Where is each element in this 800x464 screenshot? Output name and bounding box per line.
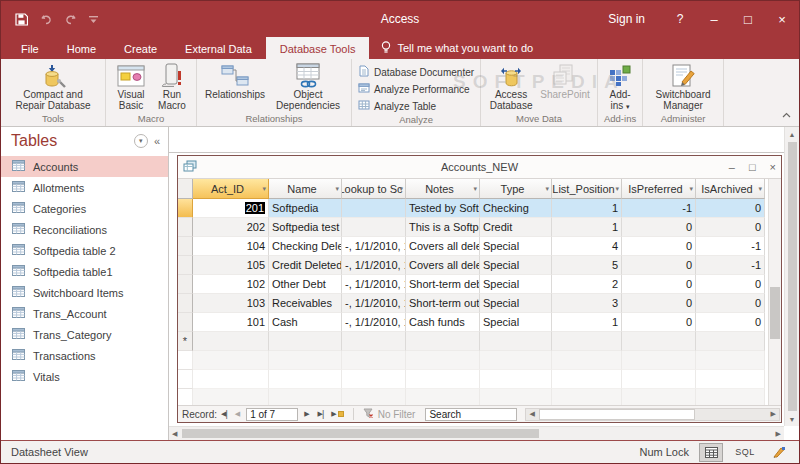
new-record-button[interactable]: ▶ xyxy=(327,410,347,418)
table-cell[interactable]: Checking xyxy=(480,199,552,218)
column-header-isarchived[interactable]: IsArchived▾ xyxy=(696,179,765,199)
table-cell[interactable]: 202 xyxy=(193,218,269,237)
access-database-button[interactable]: Access Database xyxy=(485,61,537,112)
column-header-name[interactable]: Name▾ xyxy=(269,179,342,199)
empty-cell[interactable] xyxy=(552,332,622,351)
table-cell[interactable]: 0 xyxy=(696,313,765,332)
customize-toolbar-icon[interactable] xyxy=(89,15,98,24)
sharepoint-button[interactable]: SharePoint xyxy=(537,61,593,101)
table-cell[interactable]: Other Debt xyxy=(269,275,342,294)
table-cell[interactable]: -1 xyxy=(696,256,765,275)
table-cell[interactable]: -, 1/1/2010, 1/1 xyxy=(342,275,406,294)
table-cell[interactable]: -, 1/1/2010, 1/1 xyxy=(342,313,406,332)
sidebar-item-softpedia-table1[interactable]: Softpedia table1 xyxy=(1,261,168,282)
table-cell[interactable]: 101 xyxy=(193,313,269,332)
table-cell[interactable]: Short-term out xyxy=(406,294,480,313)
column-header-notes[interactable]: Notes▾ xyxy=(406,179,480,199)
column-dropdown-icon[interactable]: ▾ xyxy=(335,185,339,193)
document-title-bar[interactable]: Accounts_NEW – □ × xyxy=(178,156,781,179)
doc-maximize-icon[interactable]: □ xyxy=(749,161,756,173)
switchboard-manager-button[interactable]: Switchboard Manager xyxy=(647,61,719,112)
table-cell[interactable]: 5 xyxy=(552,256,622,275)
table-cell[interactable]: Receivables xyxy=(269,294,342,313)
vscroll-down-icon[interactable]: ▼ xyxy=(785,412,799,426)
table-cell[interactable]: 0 xyxy=(622,218,696,237)
table-cell[interactable]: Cash xyxy=(269,313,342,332)
table-cell[interactable]: -, 1/1/2010, 1/1 xyxy=(342,256,406,275)
table-cell[interactable]: Special xyxy=(480,275,552,294)
record-position-box[interactable] xyxy=(246,408,298,421)
main-vertical-scrollbar[interactable]: ▲ ▼ xyxy=(784,127,799,426)
redo-icon[interactable] xyxy=(64,14,78,25)
table-cell[interactable]: -, 1/1/2010, 1/1 xyxy=(342,294,406,313)
search-input[interactable] xyxy=(425,408,517,421)
row-selector[interactable] xyxy=(178,199,193,218)
nav-pane-collapse-icon[interactable]: « xyxy=(154,135,160,147)
main-horizontal-scrollbar[interactable]: ◀ ▶ xyxy=(169,426,784,440)
sidebar-item-trans-account[interactable]: Trans_Account xyxy=(1,303,168,324)
row-selector[interactable] xyxy=(178,275,193,294)
table-cell[interactable]: 201 xyxy=(193,199,269,218)
save-icon[interactable] xyxy=(15,13,28,26)
sidebar-item-reconciliations[interactable]: Reconciliations xyxy=(1,219,168,240)
sidebar-item-categories[interactable]: Categories xyxy=(1,198,168,219)
tab-external-data[interactable]: External Data xyxy=(171,37,266,59)
main-hscroll-right-icon[interactable]: ▶ xyxy=(773,430,784,438)
document-horizontal-scrollbar[interactable]: ◀ ▶ xyxy=(525,408,780,421)
visual-basic-button[interactable]: Visual Basic xyxy=(110,61,152,112)
hscroll-thumb[interactable] xyxy=(539,409,696,420)
table-cell[interactable]: 104 xyxy=(193,237,269,256)
table-cell[interactable]: -1 xyxy=(622,199,696,218)
sidebar-item-vitals[interactable]: Vitals xyxy=(1,366,168,387)
document-vscroll-thumb[interactable] xyxy=(770,287,780,339)
column-header-lookup-to-sc[interactable]: Lookup to Sc▾ xyxy=(342,179,406,199)
object-dependencies-button[interactable]: Object Dependencies xyxy=(269,61,347,112)
row-selector[interactable] xyxy=(178,237,193,256)
hscroll-right-icon[interactable]: ▶ xyxy=(768,410,779,418)
column-dropdown-icon[interactable]: ▾ xyxy=(545,185,549,193)
sidebar-item-softpedia-table-2[interactable]: Softpedia table 2 xyxy=(1,240,168,261)
sign-in-button[interactable]: Sign in xyxy=(590,1,663,37)
help-button[interactable]: ? xyxy=(663,1,697,37)
table-cell[interactable]: 0 xyxy=(696,294,765,313)
relationships-button[interactable]: Relationships xyxy=(201,61,269,101)
table-cell[interactable]: Short-term deb xyxy=(406,275,480,294)
table-cell[interactable] xyxy=(342,199,406,218)
table-cell[interactable]: 0 xyxy=(622,313,696,332)
table-cell[interactable]: -1 xyxy=(696,237,765,256)
table-cell[interactable]: 3 xyxy=(552,294,622,313)
run-macro-button[interactable]: Run Macro xyxy=(152,61,192,112)
table-cell[interactable]: 105 xyxy=(193,256,269,275)
column-dropdown-icon[interactable]: ▾ xyxy=(615,185,619,193)
main-vscroll-thumb[interactable] xyxy=(788,142,797,411)
main-hscroll-left-icon[interactable]: ◀ xyxy=(169,430,180,438)
table-cell[interactable]: 1 xyxy=(552,313,622,332)
tab-file[interactable]: File xyxy=(7,37,53,59)
table-cell[interactable]: This is a Softpe xyxy=(406,218,480,237)
table-cell[interactable]: Softpedia xyxy=(269,199,342,218)
table-cell[interactable]: 0 xyxy=(696,275,765,294)
empty-cell[interactable] xyxy=(406,332,480,351)
column-dropdown-icon[interactable]: ▾ xyxy=(758,185,762,193)
last-record-button[interactable]: ▶| xyxy=(314,409,328,419)
table-cell[interactable]: 0 xyxy=(622,294,696,313)
sql-view-button[interactable]: SQL xyxy=(733,443,757,462)
column-dropdown-icon[interactable]: ▾ xyxy=(689,185,693,193)
compact-repair-button[interactable]: Compact and Repair Database xyxy=(5,61,101,112)
column-dropdown-icon[interactable]: ▾ xyxy=(473,185,477,193)
table-cell[interactable]: Checking Delet xyxy=(269,237,342,256)
sidebar-item-trans-category[interactable]: Trans_Category xyxy=(1,324,168,345)
nav-pane-menu-icon[interactable]: ▾ xyxy=(134,134,148,148)
table-cell[interactable]: 1 xyxy=(552,218,622,237)
empty-cell[interactable] xyxy=(480,332,552,351)
column-dropdown-icon[interactable]: ▾ xyxy=(262,185,266,193)
first-record-button[interactable]: ◀| xyxy=(217,409,231,419)
empty-cell[interactable] xyxy=(622,332,696,351)
new-record-selector[interactable]: * xyxy=(178,332,193,351)
column-dropdown-icon[interactable]: ▾ xyxy=(399,185,403,193)
design-view-button[interactable] xyxy=(767,443,791,462)
table-cell[interactable]: Credit Deleted xyxy=(269,256,342,275)
table-cell[interactable]: 1 xyxy=(552,199,622,218)
doc-close-icon[interactable]: × xyxy=(770,161,776,173)
datasheet-view-button[interactable] xyxy=(699,443,723,462)
